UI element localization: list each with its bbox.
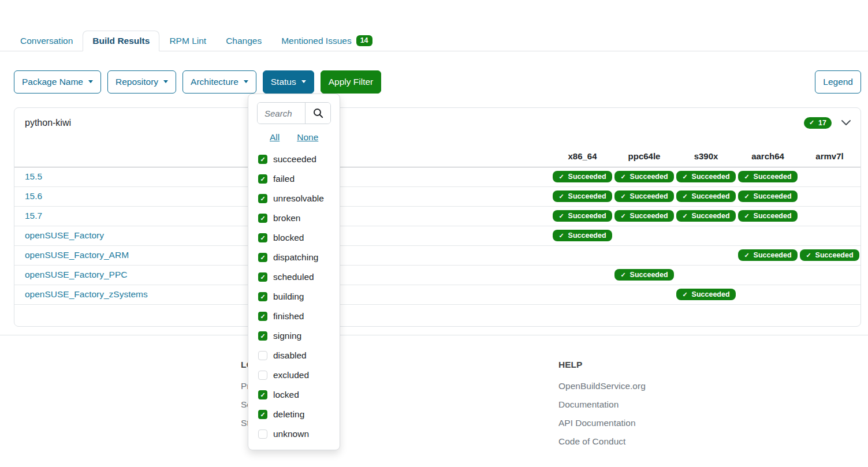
check-icon: ✓ <box>558 233 564 239</box>
build-result-row-opensuse-factory-arm: openSUSE_Factory_ARM ✓ Succeeded ✓ Succe… <box>14 246 860 266</box>
status-checkbox[interactable]: ✓ <box>258 312 267 321</box>
build-status-badge[interactable]: ✓ Succeeded <box>614 190 673 202</box>
build-status-badge[interactable]: ✓ Succeeded <box>553 190 612 202</box>
status-option-blocked[interactable]: ✓ blocked <box>248 228 340 248</box>
status-checkbox[interactable]: ✓ <box>258 174 267 184</box>
status-option-deleting[interactable]: ✓ deleting <box>248 405 340 424</box>
status-search-input[interactable] <box>258 103 305 124</box>
collapse-toggle[interactable] <box>841 119 851 126</box>
status-option-label: finished <box>273 311 304 322</box>
architecture-filter-button[interactable]: Architecture <box>182 70 256 94</box>
build-status-badge[interactable]: ✓ Succeeded <box>614 269 673 281</box>
build-status-badge[interactable]: ✓ Succeeded <box>738 171 797 182</box>
build-status-badge[interactable]: ✓ Succeeded <box>676 190 735 202</box>
build-status-badge[interactable]: ✓ Succeeded <box>614 171 673 182</box>
status-checkbox[interactable]: ✓ <box>258 410 267 419</box>
build-status-badge[interactable]: ✓ Succeeded <box>676 289 735 300</box>
status-option-label: blocked <box>273 233 304 243</box>
tab-bar: Conversation Build Results RPM Lint Chan… <box>0 29 868 51</box>
status-option-unresolvable[interactable]: ✓ unresolvable <box>248 189 340 208</box>
tab-changes[interactable]: Changes <box>216 31 271 51</box>
status-checkbox[interactable]: ✓ <box>258 331 267 341</box>
footer-help-link-documentation[interactable]: Documentation <box>558 395 646 414</box>
status-checkbox[interactable]: ✓ <box>258 233 267 242</box>
status-checkbox[interactable]: ✓ <box>258 390 267 399</box>
apply-filter-label: Apply Filter <box>329 76 374 88</box>
apply-filter-button[interactable]: Apply Filter <box>321 70 382 94</box>
status-cell: ✓ Succeeded <box>613 190 675 202</box>
footer-help-link-code-of-conduct[interactable]: Code of Conduct <box>558 432 646 451</box>
status-option-unknown[interactable]: unknown <box>248 424 340 444</box>
build-result-row-opensuse-factory-zsystems: openSUSE_Factory_zSystems ✓ Succeeded <box>14 285 860 305</box>
check-icon: ✓ <box>806 252 811 259</box>
status-option-signing[interactable]: ✓ signing <box>248 326 340 346</box>
status-cell: ✓ Succeeded <box>613 269 675 281</box>
status-checkbox[interactable] <box>258 371 267 380</box>
status-option-scheduled[interactable]: ✓ scheduled <box>248 267 340 287</box>
build-status-badge[interactable]: ✓ Succeeded <box>553 230 612 241</box>
status-checkbox[interactable]: ✓ <box>258 155 267 164</box>
status-option-label: dispatching <box>273 252 318 263</box>
footer-help-links: OpenBuildService.orgDocumentationAPI Doc… <box>558 377 646 451</box>
footer-help-link-openbuildservice-org[interactable]: OpenBuildService.org <box>558 377 646 395</box>
status-cell: ✓ Succeeded <box>552 230 613 241</box>
repository-link[interactable]: openSUSE_Factory <box>25 230 104 240</box>
status-option-label: building <box>273 292 304 302</box>
status-checkbox[interactable]: ✓ <box>258 272 267 282</box>
repository-filter-button[interactable]: Repository <box>107 70 176 94</box>
repository-link[interactable]: openSUSE_Factory_zSystems <box>25 289 148 299</box>
status-option-locked[interactable]: ✓ locked <box>248 385 340 405</box>
status-checkbox[interactable]: ✓ <box>258 214 267 223</box>
repository-link[interactable]: 15.5 <box>25 171 42 181</box>
build-status-badge[interactable]: ✓ Succeeded <box>738 210 797 222</box>
status-checkbox[interactable]: ✓ <box>258 194 267 203</box>
status-option-failed[interactable]: ✓ failed <box>248 169 340 189</box>
status-filter-button[interactable]: Status <box>263 70 314 94</box>
succeeded-count: 17 <box>818 119 826 127</box>
build-status-label: Succeeded <box>692 290 730 298</box>
status-option-succeeded[interactable]: ✓ succeeded <box>248 150 340 169</box>
status-option-disabled[interactable]: disabled <box>248 346 340 365</box>
check-icon: ✓ <box>620 174 625 180</box>
status-checkbox[interactable]: ✓ <box>258 292 267 301</box>
status-cell: ✓ Succeeded <box>613 210 675 222</box>
repository-link[interactable]: openSUSE_Factory_PPC <box>25 270 127 279</box>
build-status-badge[interactable]: ✓ Succeeded <box>614 210 673 222</box>
tab-build-results[interactable]: Build Results <box>83 31 159 51</box>
build-status-badge[interactable]: ✓ Succeeded <box>738 249 797 261</box>
status-option-label: failed <box>273 174 295 184</box>
build-status-badge[interactable]: ✓ Succeeded <box>553 210 612 222</box>
status-cell: ✓ Succeeded <box>737 190 799 202</box>
select-none-link[interactable]: None <box>297 132 318 143</box>
status-option-broken[interactable]: ✓ broken <box>248 208 340 228</box>
tab-label: Build Results <box>92 36 150 46</box>
check-icon: ✓ <box>682 193 687 200</box>
repository-link[interactable]: 15.7 <box>25 211 42 221</box>
tab-rpm-lint[interactable]: RPM Lint <box>159 31 216 51</box>
repository-link[interactable]: 15.6 <box>25 191 42 201</box>
select-all-link[interactable]: All <box>270 132 280 143</box>
build-status-badge[interactable]: ✓ Succeeded <box>676 171 735 182</box>
status-option-excluded[interactable]: excluded <box>248 365 340 385</box>
build-status-badge[interactable]: ✓ Succeeded <box>738 190 797 202</box>
build-status-badge[interactable]: ✓ Succeeded <box>800 249 859 261</box>
repository-link[interactable]: openSUSE_Factory_ARM <box>25 250 129 260</box>
status-cell: ✓ Succeeded <box>552 190 613 202</box>
status-checkbox[interactable] <box>258 429 267 439</box>
status-option-dispatching[interactable]: ✓ dispatching <box>248 248 340 267</box>
check-icon: ✓ <box>682 292 687 298</box>
package-name-filter-button[interactable]: Package Name <box>14 70 101 94</box>
build-status-badge[interactable]: ✓ Succeeded <box>676 210 735 222</box>
status-search-button[interactable] <box>305 103 330 124</box>
status-option-building[interactable]: ✓ building <box>248 287 340 307</box>
legend-button[interactable]: Legend <box>815 70 861 94</box>
status-checkbox[interactable]: ✓ <box>258 253 267 262</box>
status-checkbox[interactable] <box>258 351 267 360</box>
architecture-column-aarch64: aarch64 <box>737 151 799 161</box>
tab-mentioned-issues[interactable]: Mentioned Issues 14 <box>271 30 382 51</box>
build-status-badge[interactable]: ✓ Succeeded <box>553 171 612 182</box>
status-option-finished[interactable]: ✓ finished <box>248 307 340 326</box>
package-name-filter-label: Package Name <box>22 76 83 88</box>
footer-help-link-api-documentation[interactable]: API Documentation <box>558 414 646 432</box>
tab-conversation[interactable]: Conversation <box>10 31 83 51</box>
